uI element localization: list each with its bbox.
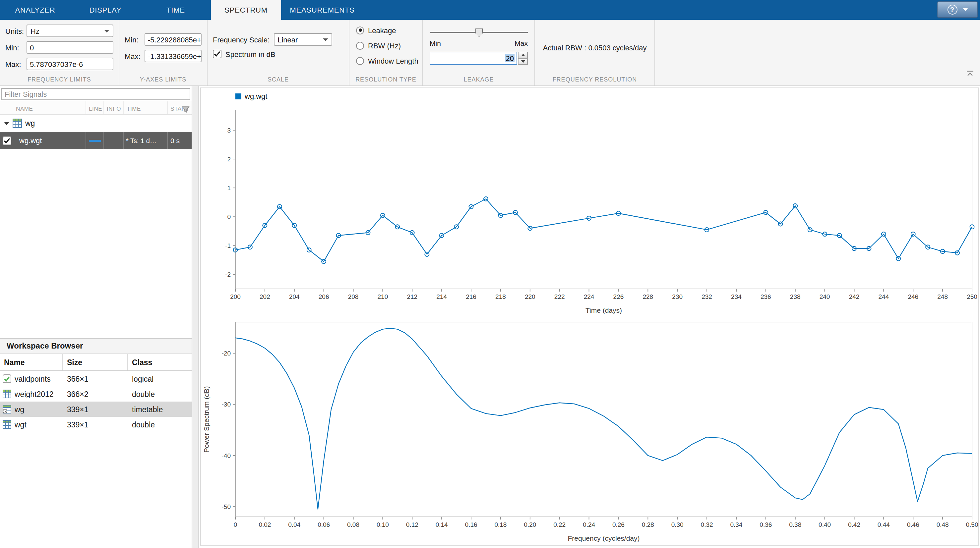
svg-text:0.14: 0.14	[436, 521, 448, 528]
column-header-name[interactable]: NAME	[0, 102, 86, 114]
svg-text:218: 218	[495, 293, 506, 300]
frequency-scale-label: Frequency Scale:	[213, 35, 269, 43]
freq-max-input[interactable]: 5.787037037e-6	[27, 58, 113, 70]
frequency-scale-value: Linear	[277, 35, 298, 43]
workspace-browser-title: Workspace Browser	[0, 338, 192, 354]
workspace-row[interactable]: wgt 339×1 double	[0, 417, 192, 432]
workspace-column-size[interactable]: Size	[63, 354, 128, 370]
workspace-var-class: double	[128, 421, 192, 428]
matrix-icon	[3, 390, 11, 398]
panel-splitter[interactable]	[192, 86, 199, 548]
resolution-type-section: Leakage RBW (Hz) Window Length RESOLUTIO…	[350, 20, 423, 86]
signal-analyzer-app: ANALYZER DISPLAY TIME SPECTRUM MEASUREME…	[0, 0, 980, 548]
minimize-toolstrip-button[interactable]	[966, 70, 975, 78]
svg-text:214: 214	[436, 293, 447, 300]
svg-text:244: 244	[878, 293, 889, 300]
leakage-radio[interactable]	[356, 26, 364, 34]
svg-text:0.18: 0.18	[494, 521, 507, 528]
workspace-table-header: Name Size Class	[0, 354, 192, 371]
signal-name: wg.wgt	[19, 137, 42, 145]
workspace-row[interactable]: weight2012 366×2 double	[0, 386, 192, 402]
svg-text:0.24: 0.24	[583, 521, 595, 528]
workspace-var-name: wg	[14, 405, 24, 413]
svg-text:Frequency (cycles/day): Frequency (cycles/day)	[568, 534, 640, 542]
tab-display[interactable]: DISPLAY	[70, 0, 140, 20]
svg-text:230: 230	[672, 293, 682, 300]
svg-text:208: 208	[348, 293, 359, 300]
svg-text:246: 246	[908, 293, 918, 300]
svg-text:204: 204	[289, 293, 300, 300]
svg-text:228: 228	[643, 293, 653, 300]
help-button[interactable]: ?	[937, 1, 978, 18]
yaxis-min-label: Min:	[125, 35, 145, 43]
leakage-slider[interactable]	[430, 28, 528, 37]
svg-text:242: 242	[849, 293, 860, 300]
toolstrip-filler	[655, 20, 980, 86]
signal-table-empty-area	[0, 149, 192, 338]
yaxis-min-input[interactable]: -5.229288085e+1	[145, 33, 202, 46]
frequency-resolution-section: Actual RBW : 0.0503 cycles/day FREQUENCY…	[535, 20, 655, 86]
tab-measurements[interactable]: MEASUREMENTS	[281, 0, 363, 20]
workspace-var-name: validpoints	[14, 375, 51, 383]
svg-text:Time (days): Time (days)	[585, 307, 622, 314]
svg-text:0.02: 0.02	[259, 521, 271, 528]
window-length-radio[interactable]	[356, 57, 364, 65]
table-icon	[13, 119, 22, 128]
filter-icon[interactable]	[182, 104, 189, 116]
svg-text:2: 2	[227, 156, 231, 163]
leakage-slider-thumb[interactable]	[476, 29, 483, 37]
workspace-row[interactable]: wg 339×1 timetable	[0, 402, 192, 417]
freq-min-input[interactable]: 0	[27, 41, 113, 54]
freq-max-label: Max:	[5, 60, 27, 68]
signal-row[interactable]: wg.wgt * Ts: 1 d… 0 s	[0, 132, 192, 149]
chevron-down-icon	[104, 30, 110, 32]
svg-text:0.12: 0.12	[406, 521, 418, 528]
workspace-var-size: 366×1	[63, 375, 128, 383]
workspace-row[interactable]: validpoints 366×1 logical	[0, 371, 192, 386]
signal-time-cell: * Ts: 1 d…	[124, 132, 168, 149]
left-panel-filler	[0, 432, 192, 548]
signal-table-header: NAME LINE INFO TIME START	[0, 102, 192, 114]
y-axes-limits-section: Min: -5.229288085e+1 Max: -1.331336659e+…	[119, 20, 208, 86]
svg-text:0.42: 0.42	[848, 521, 860, 528]
yaxis-max-input[interactable]: -1.331336659e+1	[145, 50, 202, 62]
caret-down-icon	[521, 60, 525, 63]
signal-panel: NAME LINE INFO TIME START wg	[0, 86, 192, 548]
svg-text:206: 206	[318, 293, 329, 300]
charts-canvas[interactable]: 2002022042062082102122142162182202222242…	[199, 86, 980, 547]
workspace-var-class: timetable	[128, 405, 192, 413]
spinner-up-button[interactable]	[518, 52, 528, 58]
svg-text:3: 3	[227, 127, 231, 134]
svg-text:0.46: 0.46	[907, 521, 920, 528]
expand-collapse-icon[interactable]	[4, 122, 9, 125]
svg-text:0.40: 0.40	[819, 521, 831, 528]
workspace-column-name[interactable]: Name	[0, 354, 63, 370]
tab-analyzer[interactable]: ANALYZER	[0, 0, 70, 20]
frequency-scale-dropdown[interactable]: Linear	[274, 33, 332, 46]
signal-checkbox[interactable]	[3, 136, 11, 145]
svg-text:212: 212	[407, 293, 417, 300]
line-style-swatch[interactable]	[89, 140, 101, 141]
units-dropdown[interactable]: Hz	[27, 24, 113, 37]
svg-text:238: 238	[790, 293, 801, 300]
svg-text:0.36: 0.36	[759, 521, 772, 528]
column-header-time[interactable]: TIME	[124, 102, 168, 114]
chevron-down-icon	[323, 38, 328, 41]
svg-text:-30: -30	[222, 401, 231, 408]
tab-time[interactable]: TIME	[140, 0, 211, 20]
column-header-line[interactable]: LINE	[86, 102, 104, 114]
rbw-radio[interactable]	[356, 41, 364, 49]
section-label: FREQUENCY LIMITS	[0, 76, 119, 83]
column-header-info[interactable]: INFO	[104, 102, 124, 114]
tab-spectrum[interactable]: SPECTRUM	[211, 0, 281, 20]
help-icon: ?	[947, 5, 957, 14]
leakage-value-input[interactable]: 20	[430, 52, 517, 65]
spinner-down-button[interactable]	[518, 58, 528, 65]
section-label: SCALE	[208, 76, 349, 83]
signal-group-row[interactable]: wg	[0, 114, 192, 132]
legend[interactable]: wg.wgt	[235, 92, 267, 100]
spectrum-db-checkbox[interactable]	[213, 50, 221, 58]
workspace-column-class[interactable]: Class	[128, 354, 192, 370]
filter-signals-input[interactable]	[1, 88, 190, 100]
workspace-var-size: 339×1	[63, 405, 128, 413]
